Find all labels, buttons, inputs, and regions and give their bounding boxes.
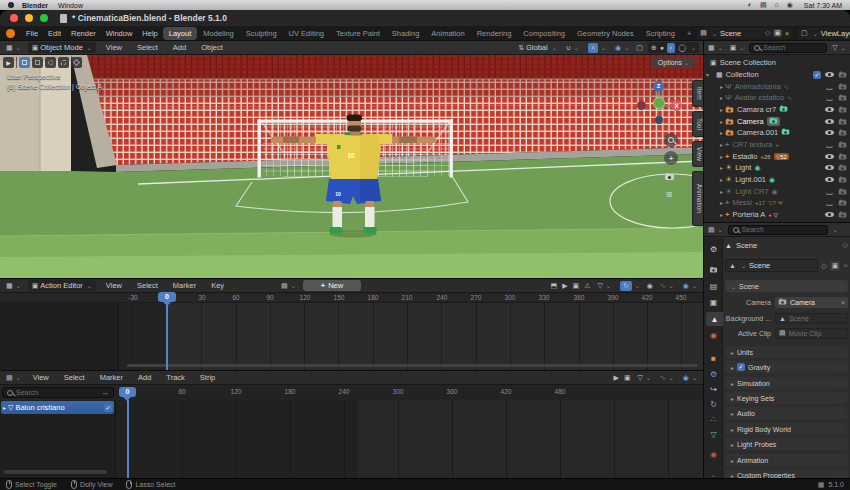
new-scene-icon[interactable]: ▣ bbox=[773, 29, 782, 37]
tab-tool[interactable]: ⚙ bbox=[706, 242, 721, 256]
viewport-menu-object[interactable]: Object bbox=[196, 43, 228, 52]
nla-ruler[interactable]: 60 120 180 240 300 360 420 480 bbox=[116, 385, 703, 400]
select-tool-button-2[interactable] bbox=[32, 57, 43, 68]
falloff-dropdown[interactable]: ∿⌄ bbox=[658, 374, 676, 382]
outliner-row-messi[interactable]: ▸ + Messi +17 ▽7 Ψ bbox=[704, 197, 850, 208]
workspace-tab-texture-paint[interactable]: Texture Paint bbox=[330, 27, 386, 40]
workspace-tab-shading[interactable]: Shading bbox=[386, 27, 426, 40]
nla-channel-scrollbar[interactable] bbox=[4, 470, 107, 474]
expand-icon[interactable]: ▸ bbox=[718, 129, 725, 136]
active-clip-field[interactable]: ▤ Movie Clip bbox=[775, 328, 848, 339]
warning-icon[interactable]: ⚠ bbox=[584, 282, 590, 290]
hide-toggle-icon[interactable] bbox=[825, 71, 834, 78]
hide-toggle-icon[interactable] bbox=[825, 211, 834, 218]
outliner-row-light[interactable]: ▸ ☀ Light ◉ bbox=[704, 162, 850, 173]
dope-channel-region[interactable] bbox=[0, 303, 119, 370]
view-options-button[interactable]: ◉⌄ bbox=[681, 374, 699, 382]
dope-menu-view[interactable]: View bbox=[101, 281, 127, 290]
outliner-row-camera-001[interactable]: ▸ Camera.001 bbox=[704, 127, 850, 138]
tab-view-layer[interactable]: ▣ bbox=[706, 295, 721, 309]
workspace-tab-layout[interactable]: Layout bbox=[163, 27, 198, 40]
filter-button[interactable]: ▽⌄ bbox=[636, 374, 653, 382]
nla-search-input[interactable]: Search ↔ bbox=[2, 387, 114, 398]
outliner-display-mode-button[interactable]: ▦⌄ bbox=[706, 44, 725, 52]
hidden-icon[interactable] bbox=[825, 199, 834, 206]
render-visibility-icon[interactable] bbox=[839, 72, 847, 77]
panel-custom-properties[interactable]: ▸Custom Properties∷ bbox=[725, 469, 848, 478]
sidebar-tab-tool[interactable]: Tool bbox=[692, 111, 703, 137]
navigation-gizmo[interactable]: Z X bbox=[625, 79, 695, 129]
expand-icon[interactable]: ▸ bbox=[718, 118, 725, 125]
menu-window[interactable]: Window bbox=[101, 29, 138, 38]
filter-button[interactable]: ▽⌄ bbox=[596, 282, 613, 290]
orientation-dropdown[interactable]: ⇅Global⌄ bbox=[516, 43, 559, 52]
outliner-search-input[interactable]: Search bbox=[749, 43, 827, 53]
playhead-line[interactable] bbox=[127, 400, 129, 478]
outliner-row-estadio[interactable]: ▸ + Estadio +26 ▽52 bbox=[704, 151, 850, 162]
nla-menu-select[interactable]: Select bbox=[59, 373, 90, 382]
unlink-scene-icon[interactable]: × bbox=[785, 30, 789, 37]
hide-toggle-icon[interactable] bbox=[825, 164, 834, 171]
expand-icon[interactable]: ▸ bbox=[718, 188, 725, 195]
hidden-icon[interactable] bbox=[825, 94, 834, 101]
tab-physics[interactable]: ↻ bbox=[706, 397, 721, 411]
tab-modifiers[interactable]: ⚙ bbox=[706, 367, 721, 381]
render-visibility-icon[interactable] bbox=[839, 107, 847, 112]
menu-file[interactable]: File bbox=[21, 29, 43, 38]
nla-track-region[interactable] bbox=[116, 400, 703, 478]
proportional-edit-icon[interactable]: ×⌄ bbox=[586, 43, 608, 53]
outliner-row-scene-collection[interactable]: ▣ Scene Collection bbox=[704, 57, 850, 68]
select-tool-button-4[interactable] bbox=[58, 57, 69, 68]
new-action-button[interactable]: +New bbox=[303, 280, 361, 291]
tab-scroll-more-icon[interactable]: ⌄ bbox=[706, 467, 721, 478]
snap-magnet-icon[interactable]: ∪⌄ bbox=[564, 44, 581, 52]
render-visibility-icon[interactable] bbox=[839, 119, 847, 124]
action-editor-mode-dropdown[interactable]: ▣Action Editor⌄ bbox=[28, 280, 96, 291]
outliner-row-camara-cr7[interactable]: ▸ Camara cr7 bbox=[704, 104, 850, 115]
tab-output[interactable]: ▤ bbox=[706, 279, 721, 293]
pin-icon[interactable]: ◇ bbox=[765, 29, 770, 37]
select-box-tool-button[interactable] bbox=[19, 57, 30, 68]
outliner-row-porteria-a[interactable]: ▸ + Porteria A + ▽ bbox=[704, 209, 850, 220]
nla-menu-add[interactable]: Add bbox=[133, 373, 156, 382]
properties-editor-type-button[interactable]: ▤⌄ bbox=[706, 226, 725, 234]
pin-icon[interactable]: ◇ bbox=[843, 241, 848, 249]
panel-light-probes[interactable]: ▸Light Probes∷ bbox=[725, 438, 848, 450]
background-scene-field[interactable]: ▲ Scene bbox=[775, 313, 848, 324]
expand-icon[interactable]: ▸ bbox=[718, 176, 725, 183]
panel-simulation[interactable]: ▸Simulation∷ bbox=[725, 377, 848, 389]
playhead-line[interactable] bbox=[166, 303, 168, 370]
expand-icon[interactable]: ▸ bbox=[718, 83, 725, 90]
select-tool-button-3[interactable] bbox=[45, 57, 56, 68]
workspace-tab-scripting[interactable]: Scripting bbox=[640, 27, 681, 40]
dope-menu-marker[interactable]: Marker bbox=[168, 281, 201, 290]
panel-animation[interactable]: ▸Animation∷ bbox=[725, 454, 848, 466]
current-frame-badge[interactable]: 0 bbox=[119, 387, 136, 397]
new-datablock-icon[interactable]: ▣ bbox=[830, 261, 841, 271]
dope-grid-region[interactable] bbox=[119, 303, 703, 370]
gizmo-y-axis[interactable] bbox=[653, 97, 665, 109]
sidebar-tab-animation[interactable]: Animation bbox=[692, 171, 703, 226]
clear-camera-icon[interactable]: × bbox=[841, 299, 845, 306]
add-workspace-button[interactable]: + bbox=[681, 27, 697, 40]
unlink-datablock-icon[interactable]: × bbox=[843, 261, 848, 270]
mode-dropdown[interactable]: ▣Object Mode⌄ bbox=[28, 42, 96, 53]
render-visibility-icon[interactable] bbox=[839, 177, 847, 182]
panel-keying-sets[interactable]: ▸Keying Sets∷ bbox=[725, 392, 848, 404]
snapping-button[interactable]: ↻⌄ bbox=[618, 281, 642, 291]
editor-type-button[interactable]: ▦⌄ bbox=[4, 44, 23, 52]
pin-icon[interactable]: ◇ bbox=[821, 262, 826, 270]
channel-checkbox[interactable] bbox=[104, 404, 112, 412]
panel-gravity[interactable]: ▸Gravity∷ bbox=[725, 361, 848, 373]
macos-app-menu[interactable]: Blender bbox=[22, 2, 48, 9]
dope-ruler[interactable]: -30 30 60 90 120 150 180 210 240 270 300… bbox=[0, 293, 703, 303]
view-options-button[interactable]: ◉⌄ bbox=[681, 282, 699, 290]
render-visibility-icon[interactable] bbox=[839, 189, 847, 194]
gizmo-toggle-icon[interactable]: ◉⌄ bbox=[613, 44, 631, 52]
viewlayer-selector[interactable]: ▢⌄ ViewLayer ▣ × bbox=[798, 28, 850, 39]
gizmo-z-axis[interactable]: Z bbox=[653, 81, 664, 92]
shading-solid-icon[interactable]: ● bbox=[660, 44, 664, 51]
nla-channel-region[interactable]: ▸ ▽ Balon cristiano bbox=[0, 400, 116, 478]
cursor-icon[interactable]: ▶ bbox=[562, 282, 567, 290]
properties-search-input[interactable]: Search bbox=[728, 225, 828, 235]
